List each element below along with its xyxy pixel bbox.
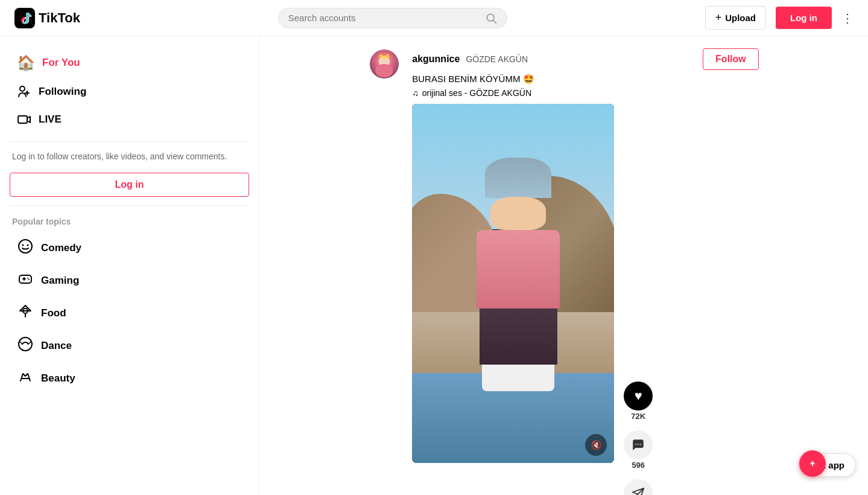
sidebar-item-live-label: LIVE — [39, 113, 62, 126]
svg-point-3 — [20, 86, 25, 91]
svg-line-2 — [493, 20, 496, 23]
login-prompt-text: Log in to follow creators, like videos, … — [10, 150, 249, 163]
mute-button[interactable]: 🔇 — [585, 434, 607, 456]
sidebar-item-dance[interactable]: Dance — [10, 330, 249, 362]
video-right: 🔇 ♥ 72K — [412, 104, 758, 495]
svg-point-7 — [27, 244, 29, 246]
sidebar-item-food[interactable]: Food — [10, 298, 249, 329]
display-name: GÖZDE AKGÜN — [466, 54, 528, 64]
comedy-label: Comedy — [41, 242, 81, 254]
feed-area: akgunnice GÖZDE AKGÜN Follow BURASI BENİ… — [369, 48, 758, 483]
sidebar: 🏠 For You Following — [0, 36, 259, 495]
svg-point-26 — [640, 444, 641, 445]
header-right: + Upload Log in ⋮ — [705, 6, 854, 30]
scene-person — [463, 158, 574, 391]
tiktok-logo-icon — [14, 8, 35, 28]
avatar-image — [370, 50, 399, 78]
share-action: 270 — [624, 479, 653, 495]
action-buttons: ♥ 72K — [624, 104, 653, 495]
follow-button[interactable]: Follow — [703, 48, 759, 70]
popular-topics-title: Popular topics — [12, 217, 249, 226]
like-count: 72K — [631, 412, 645, 421]
svg-line-16 — [20, 342, 22, 344]
food-icon — [17, 304, 34, 323]
svg-point-15 — [19, 337, 32, 351]
search-icon — [485, 12, 497, 24]
comment-icon — [632, 438, 645, 452]
beauty-label: Beauty — [41, 372, 75, 385]
main-content: akgunnice GÖZDE AKGÜN Follow BURASI BENİ… — [259, 36, 868, 495]
avatar[interactable] — [369, 48, 400, 80]
dance-label: Dance — [41, 340, 72, 352]
music-icon: ♫ — [412, 88, 419, 98]
sidebar-item-beauty[interactable]: Beauty — [10, 363, 249, 394]
svg-point-12 — [28, 279, 30, 280]
home-icon: 🏠 — [17, 54, 35, 71]
upload-label: Upload — [725, 13, 756, 23]
svg-point-23 — [387, 54, 389, 56]
logo-text: TikTok — [39, 10, 80, 26]
video-card: akgunnice GÖZDE AKGÜN Follow BURASI BENİ… — [369, 48, 758, 495]
like-action: ♥ 72K — [624, 382, 653, 421]
sound-text[interactable]: orijinal ses - GÖZDE AKGÜN — [422, 88, 531, 98]
gaming-icon — [17, 271, 34, 290]
sidebar-item-comedy[interactable]: Comedy — [10, 232, 249, 264]
gaming-label: Gaming — [41, 275, 79, 287]
svg-point-22 — [380, 54, 382, 56]
upload-button[interactable]: + Upload — [705, 6, 766, 30]
live-icon — [17, 112, 31, 127]
topics-divider — [10, 205, 249, 206]
search-bar — [278, 8, 507, 28]
username[interactable]: akgunnice — [412, 54, 460, 65]
sidebar-item-for-you[interactable]: 🏠 For You — [10, 48, 249, 77]
sidebar-item-following[interactable]: Following — [10, 78, 249, 105]
sidebar-item-gaming[interactable]: Gaming — [10, 265, 249, 296]
main-layout: 🏠 For You Following — [0, 36, 868, 495]
svg-line-17 — [28, 342, 31, 344]
nav-divider — [10, 141, 249, 142]
share-button[interactable] — [624, 479, 653, 495]
sidebar-item-live[interactable]: LIVE — [10, 106, 249, 133]
following-icon — [17, 85, 31, 99]
video-scene — [412, 104, 614, 463]
video-sound: ♫ orijinal ses - GÖZDE AKGÜN — [412, 88, 758, 98]
share-icon — [632, 487, 645, 495]
like-button[interactable]: ♥ — [624, 382, 653, 410]
video-player[interactable]: 🔇 — [412, 104, 614, 463]
scroll-top-icon — [806, 458, 819, 470]
svg-point-24 — [636, 444, 637, 445]
mute-icon: 🔇 — [591, 440, 601, 450]
dance-icon — [17, 336, 34, 356]
comment-action: 596 — [624, 430, 653, 470]
avatar-column — [369, 48, 400, 495]
comment-button[interactable] — [624, 430, 653, 459]
search-input[interactable] — [288, 13, 480, 23]
login-button[interactable]: Log in — [776, 7, 832, 29]
plus-icon: + — [715, 11, 722, 24]
svg-point-21 — [375, 64, 393, 77]
sidebar-item-following-label: Following — [39, 86, 86, 98]
beauty-icon — [17, 369, 34, 388]
comedy-icon — [17, 238, 34, 258]
sidebar-item-for-you-label: For You — [42, 57, 80, 69]
video-meta: akgunnice GÖZDE AKGÜN Follow — [412, 48, 758, 70]
svg-point-11 — [27, 278, 28, 279]
scroll-to-top-button[interactable] — [799, 450, 826, 477]
main-nav: 🏠 For You Following — [10, 48, 249, 133]
svg-point-5 — [19, 240, 32, 253]
logo[interactable]: TikTok — [14, 8, 80, 28]
sidebar-login-button[interactable]: Log in — [10, 173, 249, 197]
search-button[interactable] — [485, 12, 497, 24]
header: TikTok + Upload Log in ⋮ — [0, 0, 868, 36]
more-options-button[interactable]: ⋮ — [841, 11, 854, 25]
video-content: akgunnice GÖZDE AKGÜN Follow BURASI BENİ… — [412, 48, 758, 495]
video-description: BURASI BENİM KÖYÜMM 🤩 — [412, 74, 758, 85]
comment-count: 596 — [632, 461, 645, 470]
svg-point-6 — [22, 244, 24, 246]
svg-point-25 — [638, 444, 639, 445]
food-label: Food — [41, 307, 66, 319]
svg-rect-4 — [18, 116, 27, 123]
